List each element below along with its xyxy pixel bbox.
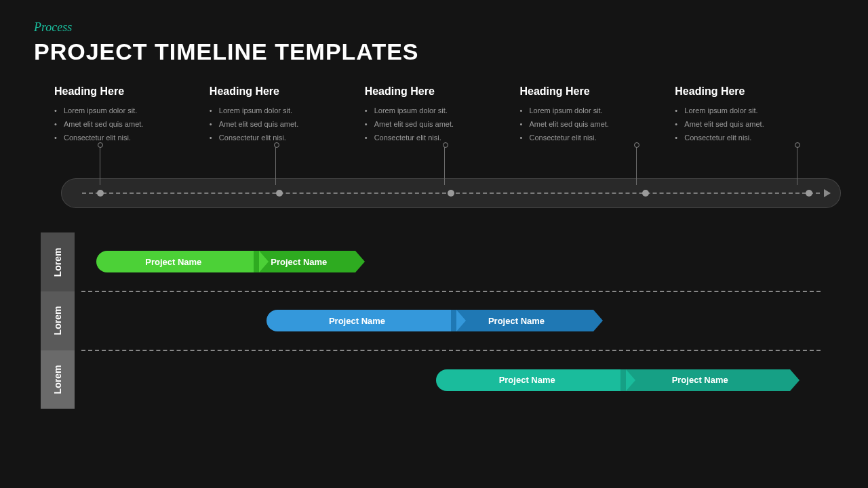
bullet: Lorem ipsum dolor sit. [519,104,665,118]
milestone-heading: Heading Here [519,85,665,98]
bar-group: Project Name Project Name [267,310,593,331]
row-label-0: Lorem [41,232,75,291]
bullet: Amet elit sed quis amet. [365,118,511,131]
connector-line [444,144,445,185]
timeline-node [448,190,454,197]
bullet: Consectetur elit nisi. [519,131,665,145]
milestone-col-2: Heading Here Lorem ipsum dolor sit. Amet… [365,85,511,144]
milestone-heading: Heading Here [675,85,821,98]
milestone-col-4: Heading Here Lorem ipsum dolor sit. Amet… [675,85,821,144]
kicker: Process [34,20,834,35]
lane-0: Project Name Project Name [81,232,821,291]
project-bar: Project Name [436,369,626,391]
bar-group: Project Name Project Name [96,251,355,272]
row-label-2: Lorem [41,350,75,409]
bullet: Lorem ipsum dolor sit. [210,104,355,118]
bullet: Amet elit sed quis amet. [210,118,355,131]
bullet: Lorem ipsum dolor sit. [365,104,511,118]
milestone-col-3: Heading Here Lorem ipsum dolor sit. Amet… [519,85,665,144]
track-pill [61,178,841,208]
project-bar: Project Name [267,310,456,331]
connector-line [797,144,797,185]
bullet: Amet elit sed quis amet. [519,118,665,131]
bar-group: Project Name Project Name [436,369,790,391]
lane-2: Project Name Project Name [81,351,821,409]
timeline-node [806,190,812,197]
bullet: Amet elit sed quis amet. [675,118,821,131]
bullet: Lorem ipsum dolor sit. [54,104,200,118]
gantt-area: Lorem Lorem Lorem Project Name Project N… [41,232,821,409]
bullet: Amet elit sed quis amet. [54,118,200,131]
milestone-columns: Heading Here Lorem ipsum dolor sit. Amet… [0,72,868,144]
project-bar: Project Name [620,369,790,391]
connector-line [636,144,637,185]
arrow-right-icon [824,189,831,197]
lane-1: Project Name Project Name [81,292,821,351]
milestone-heading: Heading Here [54,85,200,98]
bullet: Consectetur elit nisi. [210,131,355,145]
connector-line [100,144,100,185]
row-label-1: Lorem [41,291,75,350]
project-bar: Project Name [96,251,259,272]
bullet: Lorem ipsum dolor sit. [675,104,821,118]
project-bar: Project Name [254,251,355,272]
timeline-track [54,144,821,212]
milestone-heading: Heading Here [210,85,355,98]
milestone-col-0: Heading Here Lorem ipsum dolor sit. Amet… [54,85,200,144]
milestone-col-1: Heading Here Lorem ipsum dolor sit. Amet… [210,85,355,144]
bullet: Consectetur elit nisi. [54,131,200,145]
page-title: PROJECT TIMELINE TEMPLATES [34,39,834,65]
milestone-heading: Heading Here [365,85,511,98]
project-bar: Project Name [451,310,593,331]
connector-line [275,144,276,185]
timeline-node [642,190,649,197]
timeline-node [97,190,104,197]
bullet: Consectetur elit nisi. [365,131,511,145]
timeline-node [276,190,283,197]
